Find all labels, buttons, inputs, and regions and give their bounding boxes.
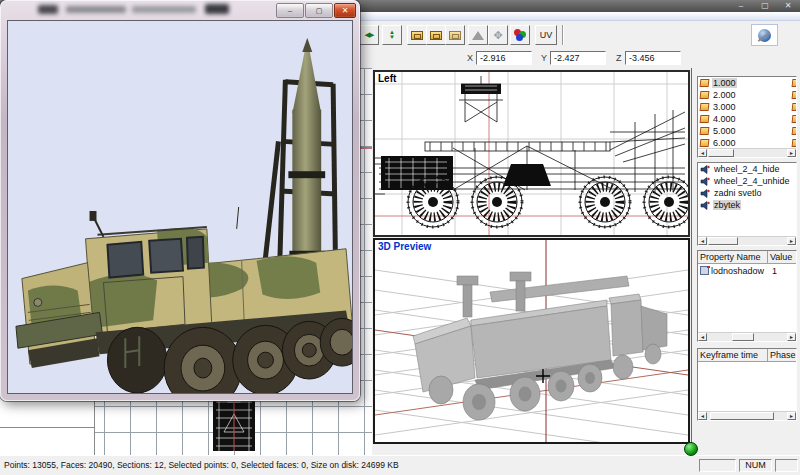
property-row[interactable]: lodnoshadow 1 [698,264,796,277]
window-title-blurred [205,4,229,14]
swap-vertical-button[interactable]: ▲▼ [382,25,402,45]
external-viewer-button[interactable] [751,24,778,46]
keyframe-scrollbar[interactable]: ◄ ► [698,411,796,420]
colors-button[interactable] [510,25,530,45]
property-value: 1 [768,266,796,276]
selection-item-label: wheel_2_4_unhide [713,176,791,186]
terrain-tool-button[interactable] [468,25,488,45]
selection-speaker-icon [700,189,710,198]
lod-flag-icon-overflow [792,115,796,123]
selection-item[interactable]: wheel_2_4_hide [698,163,796,175]
status-bar: Points: 13055, Faces: 20490, Sections: 1… [0,455,800,475]
lod-flag-icon [700,103,710,111]
package-icon [411,31,423,40]
render-view[interactable] [7,20,353,394]
property-scrollbar[interactable]: ◄ ► [698,332,796,341]
path-tool-button[interactable]: ✥ [488,25,508,45]
property-icon [700,266,709,275]
lod-item[interactable]: 5.000 [698,125,796,137]
main-maximize-button[interactable]: ▢ [755,1,775,11]
scroll-right-arrow-icon[interactable]: ► [787,149,796,157]
preview-truck-model [413,272,667,420]
selection-item-label: zadni svetlo [713,188,763,198]
scroll-left-arrow-icon[interactable]: ◄ [698,149,707,157]
selection-item-label: zbytek [713,200,741,210]
render-window[interactable]: – ▢ ✕ [0,0,360,401]
z-coordinate-input[interactable] [625,51,681,65]
lod-item-label: 3.000 [712,102,737,112]
property-panel[interactable]: Property Name Value lodnoshadow 1 ◄ ► [697,250,797,342]
preview-drawing [375,240,688,442]
property-table-header: Property Name Value [698,251,796,264]
lod-flag-icon [700,79,710,87]
uv-editor-button[interactable]: UV [535,25,557,45]
scroll-thumb[interactable] [708,149,734,157]
lod-flag-icon-overflow [792,91,796,99]
model-statistics: Points: 13055, Faces: 20490, Sections: 1… [4,460,399,470]
selection-item[interactable]: wheel_2_4_unhide [698,175,796,187]
preview-viewport-label: 3D Preview [378,241,431,252]
selection-speaker-icon [700,177,710,186]
scroll-thumb[interactable] [732,333,754,341]
selection-speaker-icon [700,165,710,174]
left-wireframe-viewport[interactable]: Left [373,70,690,237]
lod-item-label: 6.000 [712,138,737,148]
swap-horizontal-button[interactable]: ◀▶ [359,25,379,45]
lod-item[interactable]: 1.000 [698,77,796,89]
lod-flag-icon-overflow [792,139,796,147]
x-coordinate-input[interactable] [476,51,532,65]
package-open-button[interactable] [426,25,446,45]
selection-scrollbar[interactable]: ◄ ► [698,236,796,245]
status-indicator-dot [684,442,698,456]
x-label: X [467,53,473,63]
package-save-button[interactable] [445,25,465,45]
keyframe-table-body [698,362,796,411]
package-icon [430,31,442,40]
z-label: Z [616,53,622,63]
lod-item[interactable]: 3.000 [698,101,796,113]
lod-scrollbar[interactable]: ◄ ► [698,148,796,157]
scroll-right-arrow-icon[interactable]: ► [787,237,796,245]
keyframe-time-header: Keyframe time [698,349,768,361]
triangle-icon [472,31,484,40]
up-down-arrows-icon: ▲▼ [389,30,395,40]
lod-item[interactable]: 4.000 [698,113,796,125]
panel-splitter[interactable] [691,68,692,455]
lod-flag-icon-overflow [792,103,796,111]
scroll-thumb[interactable] [708,237,738,245]
float-close-button[interactable]: ✕ [334,3,356,18]
scroll-right-arrow-icon[interactable]: ► [787,412,796,420]
lod-flag-icon [700,91,710,99]
lod-item[interactable]: 2.000 [698,89,796,101]
globe-pencil-icon [758,29,771,42]
window-title-blurred [38,5,58,14]
scroll-left-arrow-icon[interactable]: ◄ [698,333,707,341]
selection-speaker-icon [700,201,710,210]
lod-item-label: 5.000 [712,126,737,136]
main-close-button[interactable]: ✕ [778,1,798,11]
scroll-left-arrow-icon[interactable]: ◄ [698,237,707,245]
named-selection-list[interactable]: wheel_2_4_hide wheel_2_4_unhide zadni sv… [697,162,797,246]
selection-item[interactable]: zadni svetlo [698,187,796,199]
main-minimize-button[interactable]: – [731,1,751,11]
lod-list[interactable]: 1.000 2.000 3.000 4.000 5.000 [697,76,797,158]
lod-flag-icon-overflow [792,79,796,87]
lod-flag-icon [700,139,710,147]
lod-item-label: 1.000 [712,78,737,88]
scroll-thumb[interactable] [710,412,774,420]
float-maximize-button[interactable]: ▢ [305,3,333,18]
lod-flag-icon [700,115,710,123]
package-new-button[interactable] [407,25,427,45]
toolbar-separator [562,25,564,45]
selection-item[interactable]: zbytek [698,199,796,211]
y-coordinate-input[interactable] [550,51,606,65]
preview-viewport[interactable]: 3D Preview [373,238,690,444]
scroll-right-arrow-icon[interactable]: ► [787,333,796,341]
scroll-left-arrow-icon[interactable]: ◄ [698,412,707,420]
package-icon [449,31,461,40]
lod-item-label: 4.000 [712,114,737,124]
float-minimize-button[interactable]: – [276,3,304,18]
status-cell-empty [775,459,798,472]
lod-item[interactable]: 6.000 [698,137,796,148]
keyframe-panel[interactable]: Keyframe time Phase ◄ ► [697,348,797,421]
